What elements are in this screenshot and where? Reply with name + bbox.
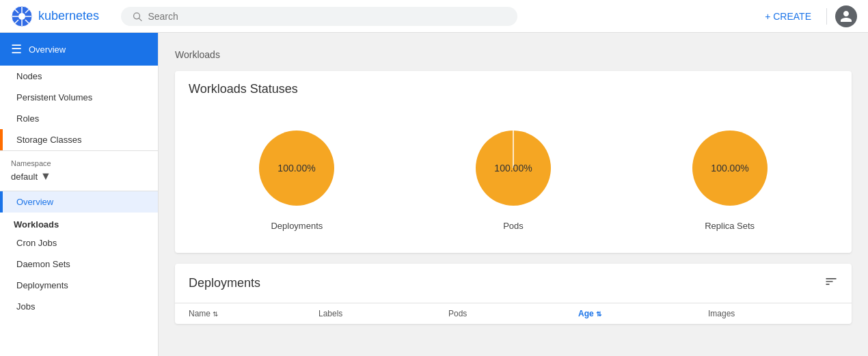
th-images: Images [708, 309, 838, 318]
sidebar-item-persistent-volumes[interactable]: Persistent Volumes [0, 87, 158, 108]
svg-point-1 [18, 13, 25, 20]
workloads-group-header: Workloads [0, 213, 158, 232]
deployments-pie-svg: 100.00% [252, 124, 341, 213]
svg-text:100.00%: 100.00% [278, 163, 316, 174]
sidebar-item-cron-jobs[interactable]: Cron Jobs [0, 232, 158, 254]
pie-charts-row: 100.00% Deployments 100.00% Pods [175, 107, 852, 253]
pie-chart-deployments: 100.00% Deployments [252, 124, 341, 231]
search-bar[interactable] [121, 7, 517, 26]
top-nav: kubernetes + CREATE [0, 0, 868, 33]
deployments-header: Deployments [175, 264, 852, 303]
main-layout: ☰ Overview Nodes Persistent Volumes Role… [0, 33, 868, 356]
namespace-label: Namespace [11, 159, 147, 167]
workloads-statuses-card: Workloads Statuses 100.00% Deployments [175, 71, 852, 253]
namespace-value: default [11, 172, 38, 182]
th-age: Age ⇅ [578, 309, 708, 318]
svg-line-11 [139, 18, 142, 20]
pie-chart-replica-sets: 100.00% Replica Sets [686, 124, 774, 231]
create-button[interactable]: + CREATE [758, 7, 818, 26]
sidebar-item-roles[interactable]: Roles [0, 108, 158, 129]
deployments-label: Deployments [271, 221, 323, 231]
namespace-section: Namespace default ▼ [0, 150, 158, 191]
sidebar-header: ☰ Overview [0, 33, 158, 66]
sidebar-item-jobs[interactable]: Jobs [0, 296, 158, 317]
name-sort-icon[interactable]: ⇅ [213, 310, 218, 318]
th-pods: Pods [448, 309, 578, 318]
filter-icon[interactable] [824, 275, 838, 292]
search-icon [132, 11, 142, 22]
statuses-title: Workloads Statuses [189, 82, 298, 96]
app-title: kubernetes [38, 9, 99, 23]
namespace-select[interactable]: default ▼ [11, 170, 147, 182]
svg-text:100.00%: 100.00% [494, 163, 532, 174]
nav-right: + CREATE [758, 5, 857, 27]
namespace-dropdown-icon: ▼ [40, 170, 51, 182]
pods-pie-svg: 100.00% [469, 124, 558, 213]
sidebar-item-storage-classes[interactable]: Storage Classes [0, 129, 158, 150]
breadcrumb: Workloads [175, 49, 852, 60]
main-content: Workloads Workloads Statuses 100.00% Dep… [159, 33, 868, 356]
search-input[interactable] [148, 11, 506, 22]
logo-area: kubernetes [11, 5, 99, 27]
deployments-card: Deployments Name ⇅ Labels Pods Age [175, 264, 852, 324]
deployments-title: Deployments [189, 276, 260, 290]
replica-sets-label: Replica Sets [705, 221, 755, 231]
user-avatar[interactable] [835, 5, 857, 27]
sidebar-item-overview[interactable]: Overview [0, 191, 158, 213]
table-header: Name ⇅ Labels Pods Age ⇅ Images [175, 303, 852, 324]
sidebar: ☰ Overview Nodes Persistent Volumes Role… [0, 33, 159, 356]
th-labels: Labels [318, 309, 448, 318]
card-header-statuses: Workloads Statuses [175, 71, 852, 107]
sidebar-title: Overview [29, 44, 66, 55]
age-sort-icon[interactable]: ⇅ [596, 310, 601, 318]
hamburger-icon[interactable]: ☰ [11, 42, 22, 57]
th-name: Name ⇅ [189, 309, 318, 318]
kubernetes-logo-icon [11, 5, 33, 27]
nav-divider [826, 8, 827, 25]
pods-label: Pods [503, 221, 524, 231]
sidebar-item-nodes[interactable]: Nodes [0, 66, 158, 87]
pie-chart-pods: 100.00% Pods [469, 124, 558, 231]
svg-text:100.00%: 100.00% [711, 163, 748, 174]
sidebar-item-deployments[interactable]: Deployments [0, 275, 158, 296]
sidebar-item-daemon-sets[interactable]: Daemon Sets [0, 254, 158, 275]
replica-sets-pie-svg: 100.00% [686, 124, 774, 213]
